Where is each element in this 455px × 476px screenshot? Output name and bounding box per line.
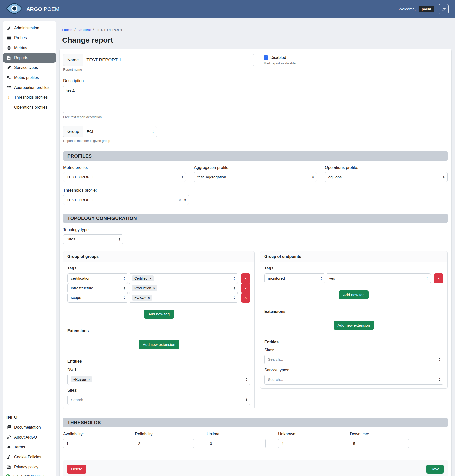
select-arrows-icon: ▲▼ xyxy=(312,175,314,179)
thresholds-profile-label: Thresholds profile: xyxy=(63,188,189,193)
select-arrows-icon: ▲▼ xyxy=(233,286,235,290)
tag-value-select[interactable]: EOSC* × ▲▼ xyxy=(129,293,238,303)
disabled-checkbox-row[interactable]: ✓ Disabled xyxy=(264,55,298,60)
breadcrumb: Home / Reports / TEST-REPORT-1 xyxy=(62,28,452,32)
name-input[interactable] xyxy=(83,54,254,66)
thresholds-profile-select[interactable]: TEST_PROFILE × ▲▼ xyxy=(63,195,189,205)
add-new-extension-button[interactable]: Add new extension xyxy=(139,340,180,349)
sidebar-item-metric-profiles[interactable]: Metric profiles xyxy=(3,73,56,83)
group-select[interactable]: EGI ▲▼ xyxy=(83,126,157,137)
sidebar-item-label: Metrics xyxy=(14,46,27,50)
info-title: INFO xyxy=(6,415,53,420)
disabled-checkbox[interactable]: ✓ xyxy=(264,55,268,60)
chip-close-icon[interactable]: × xyxy=(150,277,152,280)
select-arrows-icon: ▲▼ xyxy=(320,277,322,280)
chip-close-icon[interactable]: × xyxy=(88,378,90,381)
breadcrumb-home-link[interactable]: Home xyxy=(62,28,72,32)
book-icon xyxy=(6,425,11,429)
clear-icon[interactable]: × xyxy=(179,198,181,202)
aggregation-profile-label: Aggregation profile: xyxy=(194,165,317,170)
tag-key-select[interactable]: infrastructure ▲▼ xyxy=(67,283,128,293)
sidebar-item-probes[interactable]: Probes xyxy=(3,33,56,43)
sidebar-item-aggregation-profiles[interactable]: Aggregation profiles xyxy=(3,83,56,92)
sidebar-item-thresholds-profiles[interactable]: ! Thresholds profiles xyxy=(3,92,56,102)
select-arrows-icon: ▲▼ xyxy=(123,296,125,299)
chip-close-icon[interactable]: × xyxy=(148,296,150,300)
sidebar-item-administration[interactable]: Administration xyxy=(3,23,56,33)
tag-value-select[interactable]: Production × ▲▼ xyxy=(129,283,238,293)
tag-value-chip: Production × xyxy=(132,285,157,291)
sidebar-item-terms[interactable]: Terms xyxy=(6,442,53,452)
topology-type-select[interactable]: Sites ▲▼ xyxy=(63,234,123,244)
tag-key-select[interactable]: monitored ▲▼ xyxy=(264,273,325,283)
add-new-tag-button[interactable]: Add new tag xyxy=(144,310,174,319)
availability-input[interactable] xyxy=(63,439,122,448)
sidebar-item-documentation[interactable]: Documentation xyxy=(6,422,53,432)
sidebar-item-label: Operations profiles xyxy=(14,105,47,110)
add-new-extension-button[interactable]: Add new extension xyxy=(334,321,374,330)
sites-search-input[interactable] xyxy=(268,357,435,362)
remove-tag-button[interactable]: × xyxy=(241,273,250,283)
select-arrows-icon: ▲▼ xyxy=(119,238,121,241)
ngis-select[interactable]: ~Russia × ▲▼ xyxy=(67,374,250,385)
select-arrows-icon: ▲▼ xyxy=(184,198,186,202)
tag-value-select[interactable]: Certified × ▲▼ xyxy=(129,273,238,283)
service-types-search-select[interactable]: ▲▼ xyxy=(264,375,443,385)
remove-tag-button[interactable]: × xyxy=(434,273,443,283)
reliability-input[interactable] xyxy=(135,439,194,448)
entities-label: Entities xyxy=(67,359,250,364)
sidebar-item-about-argo[interactable]: About ARGO xyxy=(6,432,53,442)
sidebar-item-reports[interactable]: Reports xyxy=(3,53,56,63)
sidebar-item-label: Reports xyxy=(14,56,28,60)
select-arrows-icon: ▲▼ xyxy=(246,378,248,381)
sidebar-item-label: Probes xyxy=(14,36,27,40)
info-item-label: Terms xyxy=(14,445,25,449)
breadcrumb-reports-link[interactable]: Reports xyxy=(78,28,91,32)
logout-button[interactable] xyxy=(439,4,449,14)
remove-tag-button[interactable]: × xyxy=(241,283,250,293)
brand[interactable]: ARGO POEM xyxy=(6,3,59,15)
version-line: 3.4.7.dev20230509 xyxy=(6,474,53,476)
service-types-label: Service types: xyxy=(264,368,443,372)
unknown-input[interactable] xyxy=(278,439,337,448)
sidebar-item-label: Service types xyxy=(14,65,38,70)
delete-button[interactable]: Delete xyxy=(67,465,86,474)
description-textarea[interactable]: test1 xyxy=(63,86,386,113)
disabled-help: Mark report as disabled. xyxy=(264,61,298,65)
info-item-label: Documentation xyxy=(14,425,41,430)
service-types-search-input[interactable] xyxy=(268,377,435,382)
sidebar-item-operations-profiles[interactable]: Operations profiles xyxy=(3,102,56,112)
link-icon xyxy=(6,435,11,439)
remove-tag-button[interactable]: × xyxy=(241,293,250,303)
tag-value-select[interactable]: yes ▲▼ xyxy=(326,273,431,283)
availability-label: Availability: xyxy=(63,432,122,436)
server-icon xyxy=(6,36,11,40)
sidebar-item-cookie-policies[interactable]: Cookie Policies xyxy=(6,452,53,462)
save-button[interactable]: Save xyxy=(426,465,444,474)
sidebar-item-service-types[interactable]: Service types xyxy=(3,63,56,73)
sidebar-item-privacy-policy[interactable]: Privacy policy xyxy=(6,462,53,472)
sidebar-item-metrics[interactable]: Metrics xyxy=(3,43,56,53)
aggregation-profile-select[interactable]: test_aggregation ▲▼ xyxy=(194,172,317,182)
operations-profile-select[interactable]: egi_ops ▲▼ xyxy=(325,172,448,182)
info-section: INFO Documentation About ARGO Terms xyxy=(3,415,56,476)
select-arrows-icon: ▲▼ xyxy=(152,130,154,133)
action-bar: Delete Save xyxy=(63,460,448,476)
report-form-card: Name Report name ✓ Disabled Mark report … xyxy=(59,49,452,476)
uptime-input[interactable] xyxy=(207,439,266,448)
sites-search-select[interactable]: ▲▼ xyxy=(67,395,250,405)
extensions-label: Extensions xyxy=(264,309,443,314)
metric-profile-select[interactable]: TEST_PROFILE ▲▼ xyxy=(63,172,186,182)
sites-search-input[interactable] xyxy=(71,398,242,402)
sign-out-icon xyxy=(441,7,446,11)
tag-key-select[interactable]: scope ▲▼ xyxy=(67,293,128,303)
add-new-tag-button[interactable]: Add new tag xyxy=(339,290,369,299)
top-navbar: ARGO POEM Welcome, poem xyxy=(0,0,455,18)
downtime-input[interactable] xyxy=(350,439,409,448)
tag-key-select[interactable]: certification ▲▼ xyxy=(67,273,128,283)
chip-close-icon[interactable]: × xyxy=(153,286,155,290)
reliability-label: Reliability: xyxy=(135,432,194,436)
sites-search-select[interactable]: ▲▼ xyxy=(264,355,443,364)
tag-row: certification ▲▼ Certified × ▲▼ × xyxy=(67,273,250,283)
sidebar: Administration Probes Metrics Reports Se… xyxy=(3,21,56,476)
